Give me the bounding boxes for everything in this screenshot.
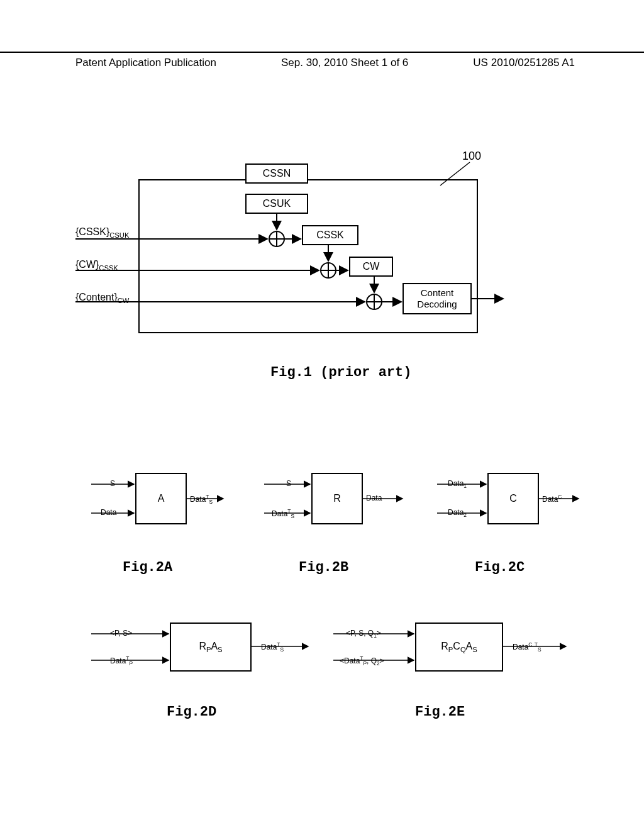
fig2a-box-label: A (158, 492, 165, 504)
cw-label: CW (363, 260, 380, 272)
fig2c-in2: Data2 (448, 508, 467, 518)
fig2a-in1: S (110, 479, 115, 488)
fig2a-out: DataTS (190, 494, 213, 505)
fig2d-in1: <P, S> (110, 629, 132, 638)
fig1-ref-num: 100 (462, 150, 481, 163)
cw-box: CW (349, 257, 393, 277)
fig2d-in2: DataTP (110, 655, 133, 667)
fig2c-in1: Data1 (448, 479, 467, 489)
fig2d-box-label: RPAS (199, 640, 222, 655)
fig2b-in1: S (286, 479, 291, 488)
cssk-input-label: {CSSK}CSUK (75, 226, 129, 239)
arrows-overlay (0, 0, 644, 830)
diagram-canvas: CSSN CSUK CSSK CW Content Decoding {CSSK… (0, 0, 644, 830)
fig2a-in2: Data (101, 508, 116, 517)
fig2d-caption: Fig.2D (167, 704, 216, 720)
cssn-label: CSSN (263, 167, 291, 179)
content-decoding-label: Content Decoding (404, 287, 470, 310)
fig2b-box: R (311, 473, 363, 524)
content-decoding-box: Content Decoding (402, 283, 472, 314)
fig2e-box: RPCQAS (415, 622, 503, 672)
cssn-box: CSSN (245, 163, 308, 184)
fig2d-box: RPAS (170, 622, 252, 672)
fig2e-out: DataC TS (513, 641, 541, 653)
csuk-label: CSUK (263, 197, 291, 209)
fig2a-box: A (135, 473, 187, 524)
fig1-caption: Fig.1 (prior art) (270, 365, 411, 380)
content-input-label: {Content}CW (75, 292, 129, 304)
cssk-box: CSSK (302, 225, 358, 245)
fig2b-in2: DataTS (272, 508, 294, 519)
fig2e-in2: <DataTP, Q2> (340, 655, 384, 667)
cssk-label: CSSK (316, 229, 344, 241)
fig2c-caption: Fig.2C (475, 560, 525, 575)
fig2b-box-label: R (333, 492, 341, 504)
fig2a-caption: Fig.2A (123, 560, 172, 575)
fig2e-in1: <P, S, Q1> (346, 629, 381, 639)
cw-input-label: {CW}CSSK (75, 259, 118, 272)
fig2c-out: DataC (542, 494, 562, 504)
fig2e-caption: Fig.2E (415, 704, 465, 720)
fig2e-box-label: RPCQAS (441, 640, 477, 655)
csuk-box: CSUK (245, 194, 308, 214)
fig2b-caption: Fig.2B (299, 560, 348, 575)
fig2c-box-label: C (509, 492, 517, 504)
fig2b-out: Data (366, 494, 382, 502)
fig2d-out: DataTS (261, 641, 284, 653)
fig2c-box: C (487, 473, 539, 524)
